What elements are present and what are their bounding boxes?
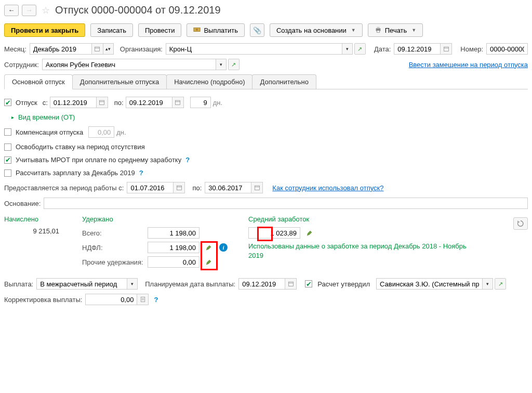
attachments-button[interactable]: 📎 xyxy=(250,23,264,37)
refresh-button[interactable] xyxy=(513,217,528,230)
time-type-link[interactable]: Вид времени (ОТ) xyxy=(18,113,75,121)
mrot-checkbox[interactable]: ✔ xyxy=(4,156,11,164)
avg-info-text: Использованы данные о заработке за перио… xyxy=(248,242,467,260)
planned-date-input[interactable] xyxy=(238,278,285,290)
basis-input[interactable] xyxy=(44,198,528,209)
calc-salary-help-icon[interactable]: ? xyxy=(139,169,143,177)
payment-select[interactable] xyxy=(36,278,127,290)
approved-checkbox[interactable]: ✔ xyxy=(305,280,312,287)
period-from-input[interactable] xyxy=(127,182,174,193)
page-title: Отпуск 0000-000004 от 09.12.2019 xyxy=(55,4,221,16)
svg-rect-17 xyxy=(288,282,293,286)
vacation-to-calendar-button[interactable] xyxy=(172,97,184,108)
total-input[interactable] xyxy=(148,227,200,239)
number-label: Номер: xyxy=(460,45,483,53)
svg-rect-3 xyxy=(377,27,379,28)
mrot-label: Учитывать МРОТ при оплате по среднему за… xyxy=(16,156,181,164)
employee-dropdown-button[interactable]: ▾ xyxy=(216,59,227,70)
info-icon[interactable]: i xyxy=(219,243,228,252)
vacation-checkbox[interactable]: ✔ xyxy=(4,99,11,106)
date-input[interactable] xyxy=(394,43,441,55)
print-label: Печать xyxy=(385,27,407,34)
to-label: по: xyxy=(114,99,124,107)
vacation-from-input[interactable] xyxy=(50,97,97,108)
tab-additional[interactable]: Дополнительно xyxy=(252,74,316,89)
period-from-calendar-button[interactable] xyxy=(174,182,185,193)
compensation-checkbox[interactable] xyxy=(4,128,11,136)
date-calendar-button[interactable] xyxy=(441,43,452,55)
employee-label: Сотрудник: xyxy=(4,61,39,69)
vacation-usage-link[interactable]: Как сотрудник использовал отпуск? xyxy=(272,184,383,192)
tab-main-vacation[interactable]: Основной отпуск xyxy=(4,74,73,89)
back-button[interactable]: ← xyxy=(4,5,19,16)
total-label: Всего: xyxy=(82,229,144,237)
number-input[interactable] xyxy=(486,43,528,55)
approver-dropdown-button[interactable]: ▾ xyxy=(483,278,493,290)
vacation-checkbox-label: Отпуск xyxy=(16,99,37,107)
month-input[interactable] xyxy=(30,43,92,55)
approver-open-button[interactable]: ↗ xyxy=(495,278,506,290)
vacation-to-input[interactable] xyxy=(126,97,172,108)
other-input[interactable] xyxy=(148,256,200,268)
org-open-button[interactable]: ↗ xyxy=(354,43,366,55)
approved-label: Расчет утвердил xyxy=(317,280,370,288)
pay-label: Выплатить xyxy=(204,27,238,34)
avg-edit-button[interactable] xyxy=(303,227,315,239)
chevron-right-icon[interactable]: ▸ xyxy=(11,114,14,120)
compensation-label: Компенсация отпуска xyxy=(16,128,83,136)
ndfl-edit-button[interactable] xyxy=(203,242,214,253)
period-to-input[interactable] xyxy=(205,182,251,193)
approver-input[interactable] xyxy=(376,278,483,290)
pay-button[interactable]: Выплатить xyxy=(187,23,245,37)
substitution-link[interactable]: Ввести замещение на период отпуска xyxy=(409,61,528,69)
save-button[interactable]: Записать xyxy=(90,23,133,37)
svg-rect-4 xyxy=(377,30,379,32)
payment-label: Выплата: xyxy=(4,280,33,288)
svg-rect-7 xyxy=(444,47,448,51)
month-spin-button[interactable]: ▴▾ xyxy=(103,43,114,55)
other-edit-button[interactable] xyxy=(203,256,214,268)
compensation-input[interactable] xyxy=(88,126,114,138)
month-label: Месяц: xyxy=(4,45,26,53)
work-period-label: Предоставляется за период работы с: xyxy=(4,184,124,192)
accrued-value: 9 215,01 xyxy=(4,227,61,235)
vacation-from-calendar-button[interactable] xyxy=(97,97,108,108)
org-dropdown-button[interactable]: ▾ xyxy=(342,43,353,55)
days-input[interactable] xyxy=(190,97,211,108)
payment-dropdown-button[interactable]: ▾ xyxy=(127,278,138,290)
svg-rect-9 xyxy=(100,100,104,104)
svg-point-1 xyxy=(196,29,198,31)
post-button[interactable]: Провести xyxy=(138,23,182,37)
free-rate-checkbox[interactable] xyxy=(4,143,11,151)
printer-icon xyxy=(375,26,382,35)
correction-help-icon[interactable]: ? xyxy=(154,296,158,304)
post-and-close-button[interactable]: Провести и закрыть xyxy=(4,23,85,37)
correction-calc-button[interactable] xyxy=(137,294,149,305)
favorite-star-icon[interactable]: ☆ xyxy=(42,5,50,16)
days-label: дн. xyxy=(213,99,222,107)
month-calendar-button[interactable] xyxy=(92,43,103,55)
print-button[interactable]: Печать ▼ xyxy=(368,23,423,37)
mrot-help-icon[interactable]: ? xyxy=(185,156,190,164)
from-label: с: xyxy=(43,99,48,107)
money-icon xyxy=(193,26,201,35)
deducted-header: Удержано xyxy=(82,215,228,223)
chevron-down-icon: ▼ xyxy=(411,28,416,33)
avg-input[interactable] xyxy=(248,227,300,239)
basis-label: Основание: xyxy=(4,200,41,207)
org-input[interactable] xyxy=(166,43,342,55)
period-to-calendar-button[interactable] xyxy=(251,182,263,193)
tab-additional-vacations[interactable]: Дополнительные отпуска xyxy=(72,74,167,89)
create-based-button[interactable]: Создать на основании ▼ xyxy=(270,23,363,37)
org-label: Организация: xyxy=(120,45,163,53)
planned-date-calendar-button[interactable] xyxy=(285,278,297,290)
calc-salary-checkbox[interactable] xyxy=(4,169,11,177)
tab-accrued-detail[interactable]: Начислено (подробно) xyxy=(166,74,252,89)
svg-rect-19 xyxy=(141,297,145,302)
forward-button[interactable]: → xyxy=(22,5,36,16)
employee-open-button[interactable]: ↗ xyxy=(228,59,240,70)
ndfl-input[interactable] xyxy=(148,242,200,253)
planned-date-label: Планируемая дата выплаты: xyxy=(145,280,235,288)
correction-input[interactable] xyxy=(85,294,137,305)
employee-input[interactable] xyxy=(42,59,216,70)
